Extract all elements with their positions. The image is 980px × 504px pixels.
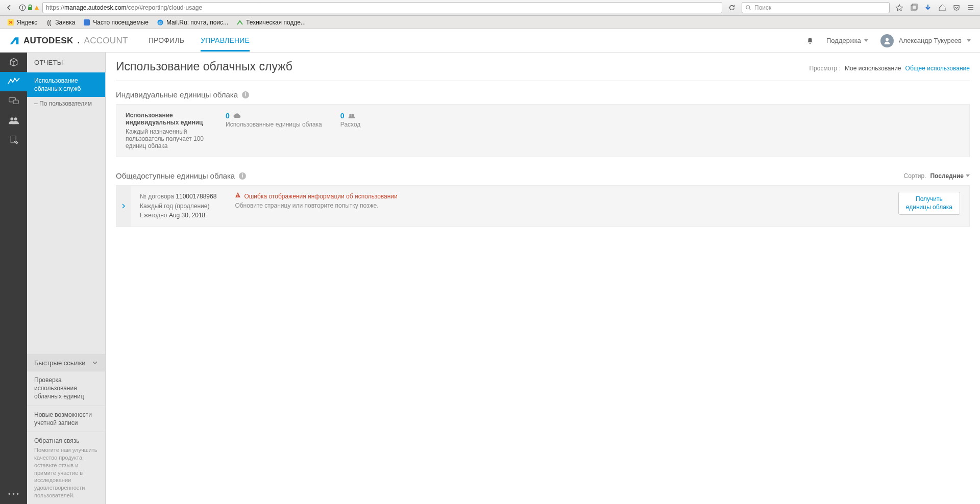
contract-renew-date: Aug 30, 2018 <box>169 212 205 219</box>
avatar <box>880 34 894 47</box>
svg-rect-28 <box>238 196 238 197</box>
view-label: Просмотр : <box>809 65 840 72</box>
svg-point-23 <box>14 117 17 120</box>
url-domain: manage.autodesk.com <box>64 4 126 11</box>
svg-point-26 <box>352 114 354 116</box>
rail-users[interactable] <box>0 111 27 130</box>
quick-link-label: Обратная связь <box>34 437 79 444</box>
bookmark-item[interactable]: ((Заявка <box>42 17 78 28</box>
rail-more[interactable]: • • • <box>8 490 19 504</box>
expense-value: 0 <box>340 112 345 120</box>
get-credits-button[interactable]: Получить единицы облака <box>898 192 960 215</box>
browser-right-icons <box>893 2 977 13</box>
user-menu[interactable]: Александр Тукуреев <box>880 34 971 47</box>
quick-links-header[interactable]: Быстрые ссылки <box>27 355 105 371</box>
browser-toolbar: https://manage.autodesk.com/cep/#reporti… <box>0 0 980 16</box>
contract-period: Каждый год (продление) <box>140 201 216 211</box>
sort-value: Последние <box>930 172 964 180</box>
pocket-button[interactable] <box>950 2 963 13</box>
sidebar-item-cloud-usage[interactable]: Использование облачных служб <box>27 72 105 97</box>
browser-search[interactable]: Поиск <box>742 2 890 13</box>
cloud-icon <box>233 113 241 119</box>
quick-link[interactable]: Проверка использования облачных единиц <box>27 371 105 406</box>
expand-toggle[interactable] <box>116 186 131 226</box>
quick-link[interactable]: Новые возможности учетной записи <box>27 406 105 432</box>
contract-label: № договора <box>140 193 174 200</box>
bookmark-label: Техническая подде... <box>246 19 306 26</box>
sidebar: ОТЧЕТЫ Использование облачных служб – По… <box>27 53 106 504</box>
bookmark-item[interactable]: Часто посещаемые <box>80 17 152 28</box>
reload-button[interactable] <box>725 2 739 13</box>
favicon-icon: Я <box>7 19 14 26</box>
bookmark-item[interactable]: ЯЯндекс <box>4 17 40 28</box>
tab-management[interactable]: УПРАВЛЕНИЕ <box>201 30 250 52</box>
sidebar-title: ОТЧЕТЫ <box>27 53 105 72</box>
app-header: AUTODESK. ACCOUNT ПРОФИЛЬ УПРАВЛЕНИЕ Под… <box>0 29 980 53</box>
info-icon[interactable]: i <box>242 91 249 98</box>
home-button[interactable] <box>936 2 949 13</box>
warning-icon <box>235 192 241 198</box>
quick-link[interactable]: Обратная связь Помогите нам улучшить кач… <box>27 432 105 504</box>
svg-point-17 <box>886 38 889 41</box>
svg-rect-2 <box>22 7 22 9</box>
favicon-icon <box>236 19 243 26</box>
search-placeholder: Поиск <box>754 4 771 11</box>
favicon-icon: @ <box>157 19 164 26</box>
svg-point-25 <box>349 114 352 116</box>
rail-reports[interactable] <box>0 72 27 91</box>
support-link[interactable]: Поддержка <box>826 37 868 44</box>
bookmark-item[interactable]: Техническая подде... <box>233 17 309 28</box>
sidebar-item-by-users[interactable]: – По пользователям <box>27 97 105 110</box>
chevron-down-icon <box>864 39 868 42</box>
error-block: Ошибка отображения информации об использ… <box>235 192 397 210</box>
get-credits-l1: Получить <box>916 195 943 203</box>
library-button[interactable] <box>907 2 920 13</box>
url-bar[interactable]: https://manage.autodesk.com/cep/#reporti… <box>42 2 722 13</box>
tab-profile[interactable]: ПРОФИЛЬ <box>149 30 184 52</box>
user-name: Александр Тукуреев <box>899 37 962 44</box>
ind-usage-title: Использование индивидуальных единиц <box>126 112 207 126</box>
svg-point-16 <box>810 42 811 43</box>
sort-control[interactable]: Сортир. Последние <box>904 172 970 180</box>
info-icon[interactable]: i <box>239 172 246 180</box>
svg-point-22 <box>10 117 13 120</box>
url-path: /cep/#reporting/cloud-usage <box>126 4 202 11</box>
support-label: Поддержка <box>826 37 861 44</box>
svg-rect-21 <box>13 100 18 104</box>
autodesk-logo-icon <box>9 36 19 46</box>
logo[interactable]: AUTODESK. ACCOUNT <box>9 36 128 46</box>
page-title: Использование облачных служб <box>116 60 292 73</box>
used-value: 0 <box>226 112 230 120</box>
contract-card: № договора 110001788968 Каждый год (прод… <box>116 185 970 227</box>
info-icon <box>19 4 26 11</box>
section1-text: Индивидуальные единицы облака <box>116 90 238 99</box>
view-shared-usage[interactable]: Общее использование <box>905 65 970 72</box>
favicon-icon: (( <box>45 19 53 26</box>
svg-text:@: @ <box>158 20 162 25</box>
contract-info: № договора 110001788968 Каждый год (прод… <box>140 192 216 220</box>
main-content: Использование облачных служб Просмотр : … <box>106 53 980 504</box>
section2-text: Общедоступные единицы облака <box>116 171 235 180</box>
menu-button[interactable] <box>964 2 977 13</box>
rail-devices[interactable] <box>0 91 27 111</box>
error-desc: Обновите страницу или повторите попытку … <box>235 201 397 210</box>
header-right: Поддержка Александр Тукуреев <box>806 34 971 47</box>
bookmark-label: Часто посещаемые <box>93 19 149 26</box>
contract-number: 110001788968 <box>176 193 216 200</box>
view-switch: Просмотр : Мое использование Общее испол… <box>809 65 970 72</box>
svg-point-1 <box>22 6 23 7</box>
svg-text:Я: Я <box>9 20 13 25</box>
identity-box[interactable] <box>19 4 39 11</box>
bookmark-star-button[interactable] <box>893 2 906 13</box>
notifications-button[interactable] <box>806 37 814 45</box>
bookmark-item[interactable]: @Mail.Ru: почта, поис... <box>154 17 231 28</box>
favicon-icon <box>83 19 90 26</box>
svg-point-18 <box>10 79 11 81</box>
warning-icon <box>34 5 39 10</box>
svg-rect-13 <box>84 19 90 26</box>
rail-products[interactable] <box>0 53 27 72</box>
chevron-down-icon <box>967 39 971 42</box>
back-button[interactable] <box>3 2 16 13</box>
downloads-button[interactable] <box>921 2 935 13</box>
rail-contracts[interactable] <box>0 130 27 149</box>
